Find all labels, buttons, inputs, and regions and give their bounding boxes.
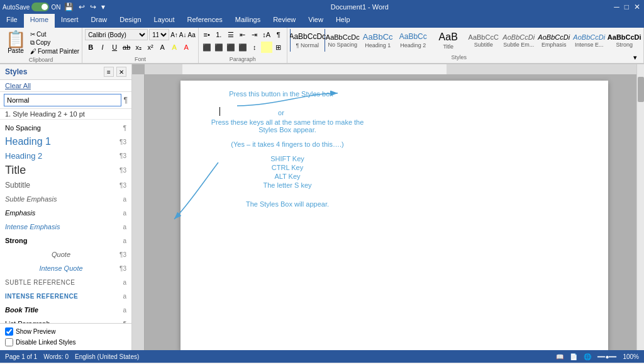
align-left-button[interactable]: ⬛ [201, 42, 213, 53]
view-read-button[interactable]: 📖 [556, 353, 564, 360]
tab-design[interactable]: Design [113, 14, 147, 28]
tab-draw[interactable]: Draw [85, 14, 114, 28]
multilevel-button[interactable]: ☰ [225, 29, 236, 40]
superscript-button[interactable]: x² [145, 42, 156, 53]
style-row-intense-em[interactable]: Intense Emphasis a [0, 220, 131, 234]
decrease-indent-button[interactable]: ⇤ [237, 29, 248, 40]
style-row-intense-quote[interactable]: Intense Quote ¶3 [0, 261, 131, 275]
increase-indent-button[interactable]: ⇥ [249, 29, 260, 40]
format-painter-button[interactable]: 🖌 Format Painter [30, 48, 79, 55]
paste-button[interactable]: 📋 Paste [3, 29, 29, 56]
redo-icon[interactable]: ↪ [89, 3, 97, 11]
ribbon-style-strong[interactable]: AaBbCcDi Strong [607, 29, 641, 52]
autosave-switch[interactable] [31, 3, 49, 11]
view-print-button[interactable]: 📄 [570, 353, 577, 360]
numbering-button[interactable]: 1. [213, 29, 225, 40]
undo-icon[interactable]: ↩ [77, 3, 86, 11]
clear-format-button[interactable]: Aa [187, 31, 195, 38]
copy-button[interactable]: ⧉ Copy [30, 39, 79, 47]
show-preview-checkbox[interactable] [5, 327, 13, 336]
style-row-quote[interactable]: Quote ¶3 [0, 247, 131, 261]
font-name-select[interactable]: Calibri (Body) [85, 29, 148, 40]
annotation-ctrl: CTRL Key [187, 164, 388, 171]
align-center-button[interactable]: ⬛ [213, 42, 225, 53]
normal-style-input[interactable] [4, 94, 121, 106]
tab-references[interactable]: References [181, 14, 229, 28]
ribbon-style-normal[interactable]: AaBbCcDc ¶ Normal [290, 29, 325, 52]
subscript-button[interactable]: x₂ [133, 42, 144, 53]
ribbon-style-subtle-em[interactable]: AoBbCcDi Subtle Em... [501, 29, 536, 52]
ribbon-style-heading1[interactable]: AaBbCc Heading 1 [360, 29, 396, 52]
panel-close-button[interactable]: ✕ [116, 67, 126, 77]
borders-button[interactable]: ⊞ [273, 42, 284, 53]
style-row-nospace[interactable]: No Spacing ¶ [0, 121, 131, 135]
ribbon-style-intense-em-label: Intense E... [575, 42, 604, 48]
italic-button[interactable]: I [97, 42, 108, 53]
tab-review[interactable]: Review [267, 14, 302, 28]
tab-mailings[interactable]: Mailings [229, 14, 267, 28]
ribbon-style-title[interactable]: AaB Title [431, 29, 466, 52]
bullets-button[interactable]: ≡• [201, 29, 213, 40]
bold-button[interactable]: B [85, 42, 96, 53]
tab-insert[interactable]: Insert [55, 14, 85, 28]
zoom-slider[interactable]: ━━●━━ [597, 353, 616, 360]
tab-view[interactable]: View [302, 14, 330, 28]
styles-dropdown-button[interactable]: ▾ [630, 52, 641, 63]
font-controls: Calibri (Body) 11 A↑ A↓ Aa B I U ab x₂ x… [85, 29, 196, 55]
style-row-heading2[interactable]: Heading 2 ¶3 [0, 149, 131, 162]
minimize-icon[interactable]: ─ [613, 3, 621, 11]
ribbon-style-subtitle[interactable]: AaBbCcC Subtitle [466, 29, 501, 52]
show-formatting-button[interactable]: ¶ [273, 29, 284, 40]
style-row-heading1[interactable]: Heading 1 ¶3 [0, 135, 131, 149]
cut-button[interactable]: ✂ Cut [30, 31, 79, 38]
ruler-markings [145, 64, 644, 74]
disable-linked-checkbox[interactable] [5, 338, 13, 346]
horizontal-ruler [145, 64, 644, 74]
underline-button[interactable]: U [109, 42, 120, 53]
panel-options-button[interactable]: ≡ [104, 67, 114, 77]
maximize-icon[interactable]: □ [623, 3, 630, 11]
justify-button[interactable]: ⬛ [237, 42, 248, 53]
style-row-emphasis[interactable]: Emphasis a [0, 206, 131, 220]
shrink-font-button[interactable]: A↓ [179, 31, 187, 38]
close-icon[interactable]: ✕ [633, 3, 641, 11]
style-row-strong[interactable]: Strong a [0, 234, 131, 247]
ribbon-style-h2-label: Heading 2 [400, 42, 426, 48]
shading-button[interactable] [261, 42, 272, 53]
style-row-subtle-ref[interactable]: SUBTLE REFERENCE a [0, 275, 131, 289]
text-effects-button[interactable]: A [157, 42, 168, 53]
tab-home[interactable]: Home [24, 14, 55, 28]
tab-layout[interactable]: Layout [148, 14, 181, 28]
customize-qa-icon[interactable]: ▾ [100, 3, 106, 11]
align-right-button[interactable]: ⬛ [225, 42, 236, 53]
style-row-book-title[interactable]: Book Title a [0, 303, 131, 317]
tab-help[interactable]: Help [330, 14, 357, 28]
scrollbar-thumb[interactable] [638, 77, 644, 102]
style-row-list-para[interactable]: List Paragraph ¶ [0, 317, 131, 323]
ribbon-style-intense-em[interactable]: AoBbCcDi Intense E... [572, 29, 607, 52]
ribbon-style-heading2[interactable]: AaBbCc Heading 2 [396, 29, 431, 52]
save-icon[interactable]: 💾 [63, 3, 75, 11]
sort-button[interactable]: ↕A [261, 29, 272, 40]
styles-label: Styles [290, 54, 628, 61]
style-row-intense-ref[interactable]: INTENSE REFERENCE a [0, 289, 131, 303]
style-row-title[interactable]: Title ¶3 [0, 162, 131, 178]
autosave-toggle[interactable]: AutoSave ON [3, 3, 60, 11]
style-row-subtitle[interactable]: Subtitle ¶3 [0, 178, 131, 192]
style-indicator-intense-ref: a [123, 293, 126, 300]
clear-all-button[interactable]: Clear All [0, 80, 131, 92]
view-web-button[interactable]: 🌐 [584, 353, 591, 360]
grow-font-button[interactable]: A↑ [170, 31, 178, 38]
font-color-button[interactable]: A [180, 42, 192, 53]
ribbon-style-subtle-em-label: Subtle Em... [503, 42, 534, 48]
ribbon-style-emphasis[interactable]: AoBbCcDi Emphasis [536, 29, 572, 52]
strikethrough-button[interactable]: ab [121, 42, 132, 53]
line-spacing-button[interactable]: ↕ [249, 42, 260, 53]
style-row-subtle-em[interactable]: Subtle Emphasis a [0, 192, 131, 206]
ribbon-style-nospace[interactable]: AaBbCcDc No Spacing [325, 29, 360, 52]
tab-file[interactable]: File [0, 14, 24, 28]
vertical-scrollbar[interactable] [636, 64, 644, 350]
font-size-select[interactable]: 11 [149, 29, 169, 40]
highlight-button[interactable]: A [169, 42, 180, 53]
style-name-title: Title [5, 164, 117, 177]
